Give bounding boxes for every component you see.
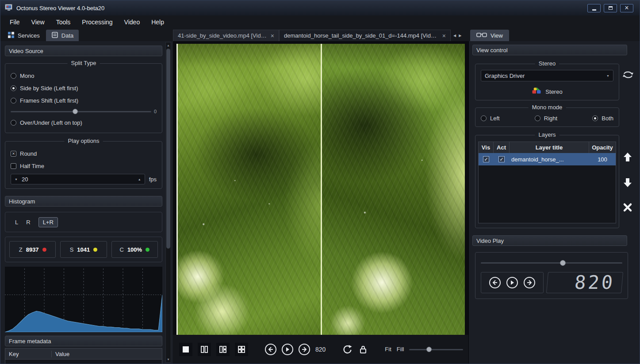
- radio-icon: [11, 73, 16, 79]
- layer-move-up-button[interactable]: [622, 152, 633, 164]
- tab-video-2[interactable]: demantoid_horse_tail_side_by_side_01_d=-…: [279, 30, 451, 41]
- view-tab-label: View: [491, 32, 503, 39]
- tab-scroll-right-icon[interactable]: ▶: [459, 34, 461, 38]
- view-control-header[interactable]: View control: [472, 45, 627, 55]
- fps-combobox[interactable]: ▼ 20 ▲: [11, 174, 145, 184]
- lock-button[interactable]: [358, 345, 368, 354]
- metadata-col-value[interactable]: Value: [52, 351, 162, 357]
- layer-move-down-button[interactable]: [622, 177, 633, 189]
- reset-icon: [342, 344, 353, 355]
- data-button[interactable]: Data: [46, 30, 79, 41]
- slider-handle[interactable]: [426, 347, 432, 352]
- left-panel-scrollbar[interactable]: ▲ ▼: [165, 42, 171, 363]
- minimize-button[interactable]: [587, 4, 601, 12]
- layout-split-icon: [218, 345, 228, 354]
- previous-frame-button[interactable]: [489, 277, 501, 288]
- check-icon: ✓: [499, 157, 503, 162]
- view-panel-tab[interactable]: View: [470, 30, 509, 41]
- stat-label: Z: [19, 246, 23, 253]
- layers-col-title[interactable]: Layer title: [510, 142, 589, 153]
- zoom-slider[interactable]: [409, 346, 463, 353]
- tab-close-icon[interactable]: ×: [271, 33, 274, 39]
- menu-processing[interactable]: Processing: [76, 15, 118, 29]
- tab-scroll-left-icon[interactable]: ◀: [453, 34, 456, 38]
- video-play-header[interactable]: Video Play: [472, 235, 627, 246]
- view-control-panel: View control Stereo Graphics Driver ▼ St…: [468, 41, 640, 364]
- close-button[interactable]: ×: [620, 4, 633, 12]
- layers-col-opacity[interactable]: Opacity: [589, 142, 616, 153]
- radio-mono-right[interactable]: Right: [535, 113, 557, 123]
- histogram-header[interactable]: Histogram: [5, 196, 162, 207]
- layers-col-vis[interactable]: Vis: [479, 142, 494, 153]
- layers-col-act[interactable]: Act: [494, 142, 510, 153]
- combo-spin-up-icon[interactable]: ▲: [138, 178, 141, 181]
- stat-z: Z 8937: [9, 241, 56, 258]
- checkbox-label: Round: [20, 150, 37, 157]
- radio-side-by-side[interactable]: Side by Side (Left first): [11, 82, 157, 94]
- channel-lr-button-active[interactable]: L+R: [38, 217, 58, 227]
- layout-single-icon: [181, 345, 191, 354]
- fit-button[interactable]: Fit: [385, 346, 391, 353]
- menu-video[interactable]: Video: [119, 15, 146, 29]
- play-icon: [510, 280, 515, 285]
- radio-frames-shift[interactable]: Frames Shift (Left first): [11, 94, 157, 107]
- play-button[interactable]: [506, 277, 518, 288]
- delete-x-icon: [622, 202, 633, 213]
- video-source-header[interactable]: Video Source: [5, 46, 162, 56]
- scroll-up-icon[interactable]: ▲: [166, 42, 171, 48]
- previous-frame-button[interactable]: [265, 344, 276, 355]
- services-grid-icon: [8, 31, 15, 40]
- channel-r-button[interactable]: R: [26, 219, 30, 226]
- layout-two-pane-icon: [199, 345, 209, 354]
- split-type-title: Split Type: [68, 60, 100, 66]
- tab-video-1[interactable]: 41-side_by_side_video.mp4 [Video] ×: [173, 30, 279, 41]
- layout-quad-icon: [237, 345, 246, 354]
- radio-over-under[interactable]: Over/Under (Left on top): [11, 116, 157, 129]
- combo-dropdown-icon[interactable]: ▼: [15, 178, 18, 181]
- visibility-checkbox-checked[interactable]: ✓: [483, 156, 489, 162]
- menu-file[interactable]: File: [4, 15, 26, 29]
- frame-metadata-header[interactable]: Frame metadata: [5, 336, 162, 346]
- reset-rotation-button[interactable]: [342, 344, 353, 355]
- menu-tools[interactable]: Tools: [50, 15, 77, 29]
- stereo-driver-combobox[interactable]: Graphics Driver ▼: [481, 70, 613, 81]
- layer-delete-button[interactable]: [622, 202, 633, 214]
- swap-stereo-button[interactable]: [622, 70, 634, 80]
- left-panel: Video Source Split Type Mono Side by Sid…: [0, 41, 173, 364]
- layout-two-pane-button[interactable]: [198, 343, 211, 356]
- metadata-col-key[interactable]: Key: [5, 351, 52, 357]
- stat-value: 8937: [26, 246, 39, 253]
- scroll-down-icon[interactable]: ▼: [166, 356, 171, 362]
- stereo-video-display[interactable]: [176, 44, 465, 335]
- layout-split-button[interactable]: [216, 343, 230, 356]
- frames-shift-slider[interactable]: [11, 108, 151, 115]
- radio-mono-left[interactable]: Left: [481, 113, 500, 123]
- play-button[interactable]: [282, 344, 293, 355]
- channel-l-button[interactable]: L: [15, 219, 18, 226]
- playback-position-slider[interactable]: [481, 260, 622, 266]
- menu-help[interactable]: Help: [146, 15, 170, 29]
- tab-close-icon[interactable]: ×: [442, 33, 446, 39]
- radio-mono[interactable]: Mono: [11, 69, 157, 82]
- stereo-3d-glasses-icon: [532, 87, 541, 96]
- combo-dropdown-icon[interactable]: ▼: [606, 74, 609, 77]
- half-time-checkbox-row[interactable]: Half Time: [11, 160, 157, 172]
- slider-track: [481, 262, 622, 264]
- layer-row-selected[interactable]: ✓ ✓ demantoid_horse_... 100: [479, 153, 616, 165]
- active-checkbox-checked[interactable]: ✓: [498, 156, 505, 162]
- next-frame-button[interactable]: [524, 277, 535, 288]
- slider-handle[interactable]: [560, 260, 566, 266]
- layout-single-button[interactable]: [179, 343, 192, 356]
- histogram-title: Histogram: [9, 198, 35, 205]
- layout-quad-button[interactable]: [235, 343, 248, 356]
- radio-mono-both[interactable]: Both: [592, 113, 613, 123]
- round-checkbox-row[interactable]: × Round: [11, 147, 157, 160]
- arrow-left-icon: [492, 280, 498, 286]
- services-button[interactable]: Services: [2, 30, 45, 41]
- maximize-button[interactable]: [604, 4, 617, 12]
- slider-handle[interactable]: [73, 109, 78, 114]
- next-frame-button[interactable]: [299, 344, 310, 355]
- menu-view[interactable]: View: [26, 15, 50, 29]
- fill-button[interactable]: Fill: [397, 346, 404, 353]
- scrollbar-thumb[interactable]: [166, 49, 170, 249]
